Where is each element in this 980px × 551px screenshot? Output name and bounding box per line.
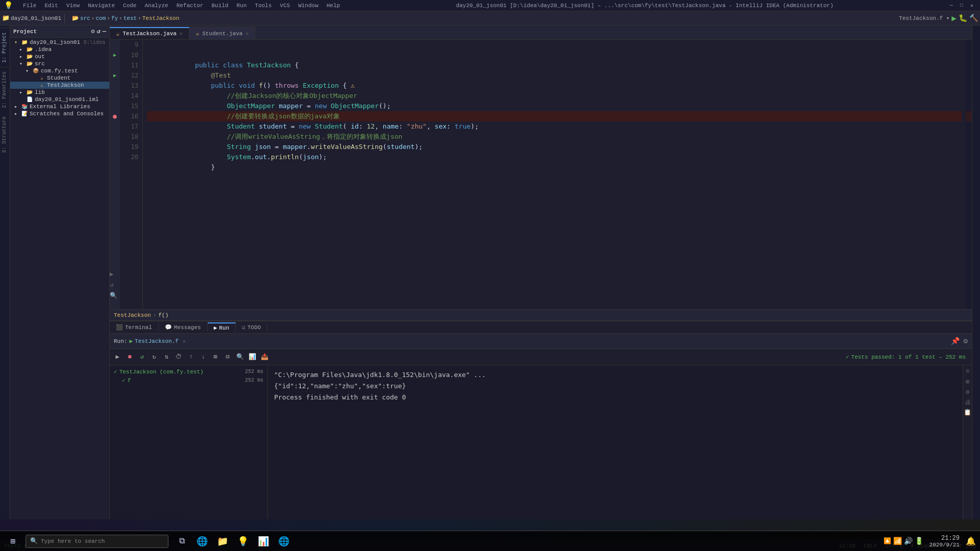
tab-testjackson[interactable]: ☕ TestJackson.java ✕ [110, 27, 189, 39]
run-right-icon-1[interactable]: ≡ [964, 367, 972, 375]
debug-button[interactable]: 🐛 [959, 14, 967, 22]
run-output: "C:\Program Files\Java\jdk1.8.0_152\bin\… [268, 365, 963, 519]
run-rerun-btn[interactable]: ↺ [136, 352, 148, 363]
tree-item-iml[interactable]: 📄 day20_01_json01.iml [10, 96, 109, 103]
tree-item-idea[interactable]: ▸ 📂 .idea [10, 46, 109, 53]
tray-network-icon[interactable]: 📶 [893, 537, 902, 545]
search-placeholder: Type here to search [41, 538, 105, 544]
menu-window[interactable]: Window [296, 3, 321, 9]
titlebar-left: 💡 File Edit View Navigate Code Analyze R… [4, 1, 342, 10]
run-button[interactable]: ▶ [951, 13, 957, 23]
menu-tools[interactable]: Tools [253, 3, 274, 9]
menu-analyze[interactable]: Analyze [142, 3, 170, 9]
tab-todo[interactable]: ☑ TODO [236, 323, 267, 332]
maximize-button[interactable]: □ [958, 2, 966, 10]
run-expand-btn[interactable]: ⊞ [210, 352, 221, 363]
taskbar-folder-icon[interactable]: 📁 [213, 532, 232, 550]
tree-item-testjackson[interactable]: ☕ TestJackson [10, 82, 109, 89]
run-collapse-btn[interactable]: ⊟ [222, 352, 233, 363]
sidebar-tab-structure[interactable]: 3: Structure [0, 112, 10, 157]
taskbar-search[interactable]: 🔍 Type here to search [26, 535, 168, 548]
run-tree-testjackson[interactable]: ✓ TestJackson (com.fy.test) 252 ms [112, 367, 265, 376]
build-button[interactable]: 🔨 [969, 14, 978, 22]
bc-class[interactable]: TestJackson [142, 15, 180, 21]
run-play-btn[interactable]: ▶ [112, 352, 123, 363]
menu-refactor[interactable]: Refactor [175, 3, 206, 9]
tray-battery-icon[interactable]: 🔋 [915, 537, 923, 545]
breakpoint-icon[interactable]: ● [113, 111, 117, 121]
run-filter-btn[interactable]: 🔍 [234, 352, 246, 363]
tray-volume-icon[interactable]: 🔊 [904, 537, 913, 545]
bc-testjackson[interactable]: TestJackson [114, 312, 151, 318]
menu-vcs[interactable]: VCS [278, 3, 292, 9]
run-stat-btn[interactable]: 📊 [247, 352, 258, 363]
run-prev-btn[interactable]: ↑ [185, 352, 197, 363]
menu-edit[interactable]: Edit [42, 3, 60, 9]
tab-student[interactable]: ☕ Student.java ✕ [189, 27, 255, 39]
tree-item-package[interactable]: ▾ 📦 com.fy.test [10, 67, 109, 74]
run-close-icon[interactable]: ✕ [183, 338, 186, 344]
tree-item-lib[interactable]: ▸ 📂 lib [10, 89, 109, 96]
tab-messages[interactable]: 💬 Messages [159, 323, 208, 332]
sidebar-tab-favorites[interactable]: 2: Favorites [0, 67, 10, 112]
menu-run[interactable]: Run [234, 3, 249, 9]
menu-file[interactable]: File [21, 3, 38, 9]
taskbar-app2-icon[interactable]: 📊 [254, 532, 273, 550]
bc-method[interactable]: f() [158, 312, 168, 318]
tree-item-ext-libs[interactable]: ▸ 📚 External Libraries [10, 103, 109, 110]
project-options-icon[interactable]: ⚙ [91, 28, 94, 35]
menu-help[interactable]: Help [325, 3, 342, 9]
tree-item-student[interactable]: ☕ Student [10, 74, 109, 82]
gutter-10: ▶ [110, 50, 120, 60]
pin-icon[interactable]: 📌 [951, 337, 960, 345]
breadcrumb-src[interactable]: 📂 [72, 15, 79, 21]
run-export-btn[interactable]: 📤 [259, 352, 270, 363]
settings-icon[interactable]: ⚙ [964, 337, 968, 345]
notification-icon[interactable]: 🔔 [966, 536, 976, 546]
linenum-20: 20 [120, 152, 138, 162]
sidebar-tab-project[interactable]: 1: Project [0, 28, 10, 67]
run-tree-f[interactable]: ✓ f 252 ms [112, 376, 265, 385]
tree-item-root[interactable]: ▾ 📁 day20_01_json01 D:\idea [10, 39, 109, 46]
code-editor[interactable]: ▶ ▶ ● [110, 40, 972, 309]
project-sync-icon[interactable]: ↺ [97, 28, 101, 35]
bc-src[interactable]: src [80, 15, 90, 21]
tree-item-out[interactable]: ▸ 📂 out [10, 53, 109, 60]
minimize-button[interactable]: — [947, 2, 955, 10]
run-right-icon-2[interactable]: ⊞ [964, 378, 972, 386]
tab-run[interactable]: ▶ Run [208, 322, 236, 332]
tab-terminal[interactable]: ⬛ Terminal [110, 323, 159, 332]
close-button[interactable]: ✕ [968, 2, 976, 10]
system-clock[interactable]: 21:29 2020/9/21 [929, 535, 960, 548]
run-rerun-failed-btn[interactable]: ↻ [149, 352, 160, 363]
menu-code[interactable]: Code [121, 3, 138, 9]
start-button[interactable]: ⊞ [0, 531, 26, 552]
menu-view[interactable]: View [64, 3, 82, 9]
run-config-name[interactable]: TestJackson.f [135, 338, 179, 344]
run-stop-btn[interactable]: ■ [124, 352, 135, 363]
run-right-icon-4[interactable]: 🖨 [964, 398, 972, 406]
taskbar-chrome2-icon[interactable]: 🌐 [275, 532, 293, 550]
menu-navigate[interactable]: Navigate [86, 3, 117, 9]
run-sort-alpha-btn[interactable]: ⇅ [161, 352, 172, 363]
tree-item-src[interactable]: ▾ 📂 src [10, 60, 109, 67]
taskbar-taskview[interactable]: ⧉ [173, 532, 191, 550]
menu-build[interactable]: Build [209, 3, 230, 9]
bc-test[interactable]: test [124, 15, 137, 21]
tray-up-icon[interactable]: 🔼 [884, 537, 891, 545]
project-collapse-icon[interactable]: — [103, 28, 106, 35]
toolbar-run-config[interactable]: TestJackson.f ▾ [899, 15, 949, 21]
taskbar-intellij-icon[interactable]: 💡 [234, 532, 252, 550]
code-content[interactable]: public class TestJackson { @Test public … [143, 40, 966, 309]
tab-testjackson-close[interactable]: ✕ [180, 31, 183, 37]
run-sort-dur-btn[interactable]: ⏱ [173, 352, 184, 363]
tab-student-close[interactable]: ✕ [246, 31, 249, 37]
taskbar-chrome-icon[interactable]: 🌐 [193, 532, 211, 550]
bc-com[interactable]: com [95, 15, 106, 21]
run-right-icon-5[interactable]: 📋 [964, 408, 972, 416]
run-right-icon-3[interactable]: ⚙ [964, 388, 972, 396]
run-next-btn[interactable]: ↓ [198, 352, 209, 363]
bc-fy[interactable]: fy [111, 15, 118, 21]
idea-folder-icon: 📂 [26, 46, 33, 53]
tree-item-scratches[interactable]: ▸ 📝 Scratches and Consoles [10, 110, 109, 117]
